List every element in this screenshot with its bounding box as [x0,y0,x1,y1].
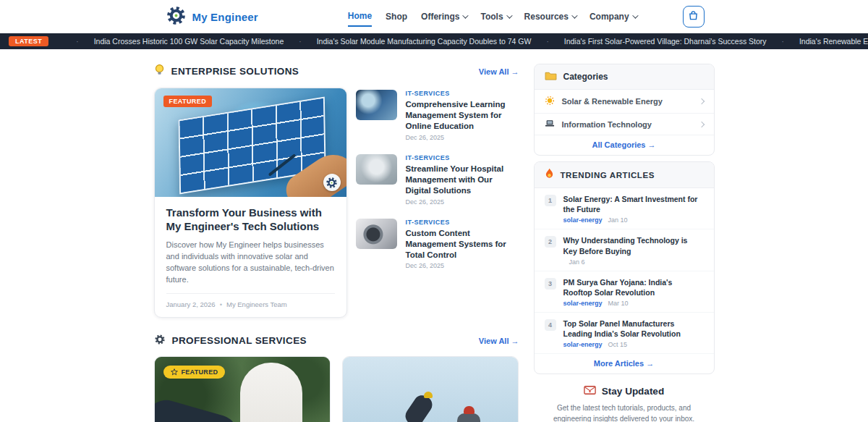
list-item[interactable]: IT-SERVICES Streamline Your Hospital Man… [356,154,519,206]
trending-tag[interactable]: solar-energy [563,216,603,224]
trending-date: Jan 10 [608,216,628,224]
article-date: Dec 26, 2025 [406,262,519,269]
list-item[interactable]: IT-SERVICES Comprehensive Learning Manag… [356,90,519,141]
sidebar-item-solar-energy[interactable]: Solar & Renewable Energy [535,90,714,114]
cart-button[interactable] [683,6,705,28]
article-tag: IT-SERVICES [406,154,519,161]
chevron-down-icon [632,12,638,18]
newsletter-description: Get the latest tech tutorials, products,… [535,402,713,422]
nav-item-offerings[interactable]: Offerings [421,7,467,26]
site-header: My Engineer Home Shop Offerings Tools Re… [0,0,868,33]
featured-article-date: January 2, 2026 [166,300,216,308]
trending-title: PM Surya Ghar Yojana: India's Rooftop So… [563,277,704,297]
nav-item-shop[interactable]: Shop [386,7,407,26]
trending-widget: TRENDING ARTICLES 1 Solar Energy: A Smar… [534,161,715,374]
trending-title: Top Solar Panel Manufacturers Leading In… [563,318,704,339]
section-title: ENTERPRISE SOLUTIONS [171,66,299,77]
envelope-icon [584,384,596,397]
rank-badge: 1 [545,195,556,206]
list-item[interactable]: IT-SERVICES Custom Content Management Sy… [356,219,519,270]
sun-icon [545,96,555,107]
nav-item-resources[interactable]: Resources [524,7,576,26]
main-nav: Home Shop Offerings Tools Resources Comp… [348,7,637,27]
latest-badge: LATEST [9,36,48,46]
article-title: Comprehensive Learning Management System… [406,99,519,132]
gear-watermark-icon [323,174,341,191]
nav-item-company[interactable]: Company [590,7,637,26]
meta-separator [220,300,222,308]
professional-section-header: PROFESSIONAL SERVICES View All → [154,334,519,348]
newsletter-title: Stay Updated [602,386,664,397]
trending-date: Jan 6 [569,258,585,266]
ticker-headline[interactable]: India's Renewable Energy Capacity Crosse… [767,37,868,46]
all-categories-link[interactable]: All Categories → [535,135,714,155]
enterprise-section-header: ENTERPRISE SOLUTIONS View All → [154,64,519,79]
flame-icon [545,168,554,182]
trending-tag[interactable]: solar-energy [563,300,603,307]
widget-title: Categories [563,72,608,82]
article-thumbnail [356,154,397,185]
professional-view-all-link[interactable]: View All → [479,337,519,345]
trending-title: Solar Energy: A Smart Investment for the… [563,194,704,214]
gear-logo-icon [166,5,187,29]
folder-icon [545,70,557,83]
article-title: Custom Content Management Systems for To… [406,228,519,261]
gear-icon [154,334,166,348]
trending-date: Oct 15 [608,341,628,348]
featured-article-image: FEATURED [155,88,346,197]
category-label: Information Technology [562,120,652,129]
service-card[interactable]: SOLAR-ENERGY [342,356,519,422]
featured-article-author: My Engineers Team [226,300,287,308]
rank-badge: 2 [545,236,556,248]
more-articles-link[interactable]: More Articles → [535,354,714,374]
article-thumbnail [356,219,397,249]
section-title: PROFESSIONAL SERVICES [172,335,307,346]
nav-item-tools[interactable]: Tools [480,7,510,26]
article-title: Streamline Your Hospital Management with… [406,164,519,196]
service-card-image [343,357,518,422]
rank-badge: 3 [545,278,556,290]
brand-name: My Engineer [192,11,258,23]
news-ticker: LATEST India Crosses Historic 100 GW Sol… [0,33,868,49]
chevron-right-icon [698,98,704,104]
trending-tag[interactable]: solar-energy [563,341,603,348]
list-item[interactable]: 3 PM Surya Ghar Yojana: India's Rooftop … [535,271,714,313]
shopping-bag-icon [688,10,699,23]
featured-article-card[interactable]: FEATURED Transform Your Business with My… [154,88,347,318]
list-item[interactable]: 4 Top Solar Panel Manufacturers Leading … [535,313,714,354]
nav-item-home[interactable]: Home [348,7,372,27]
article-tag: IT-SERVICES [406,219,519,226]
ticker-headline[interactable]: India Crosses Historic 100 GW Solar Capa… [61,37,284,46]
chevron-down-icon [463,12,469,18]
widget-title: TRENDING ARTICLES [561,171,655,180]
trending-title: Why Understanding Technology is Key Befo… [563,235,704,256]
trending-date: Mar 10 [608,300,629,307]
enterprise-article-list: IT-SERVICES Comprehensive Learning Manag… [356,88,519,318]
chevron-down-icon [571,12,577,18]
brand-logo[interactable]: My Engineer [166,5,258,29]
featured-badge: FEATURED [163,366,226,379]
article-date: Dec 26, 2025 [406,198,519,206]
article-thumbnail [356,90,397,120]
star-icon [171,368,178,376]
sidebar-item-information-technology[interactable]: Information Technology [535,114,714,135]
category-label: Solar & Renewable Energy [562,97,663,106]
lightbulb-icon [154,64,165,79]
article-tag: IT-SERVICES [406,90,519,97]
ticker-headline[interactable]: India's First Solar-Powered Village: Dha… [531,37,766,46]
list-item[interactable]: 1 Solar Energy: A Smart Investment for t… [535,188,714,229]
list-item[interactable]: 2 Why Understanding Technology is Key Be… [535,229,714,271]
categories-widget: Categories Solar & Renewable Energy [534,64,715,156]
service-card[interactable]: FEATURED SOLAR-ENERGY [154,356,331,422]
featured-article-description: Discover how My Engineer helps businesse… [166,239,335,285]
newsletter-widget: Stay Updated Get the latest tech tutoria… [534,384,715,422]
enterprise-view-all-link[interactable]: View All → [479,67,519,76]
featured-badge: FEATURED [163,96,213,107]
laptop-icon [545,119,555,129]
featured-article-title: Transform Your Business with My Engineer… [166,206,335,234]
ticker-headline[interactable]: India's Solar Module Manufacturing Capac… [284,37,531,46]
article-date: Dec 26, 2025 [406,134,519,141]
chevron-right-icon [698,121,704,127]
rank-badge: 4 [545,319,556,331]
chevron-down-icon [506,12,512,18]
